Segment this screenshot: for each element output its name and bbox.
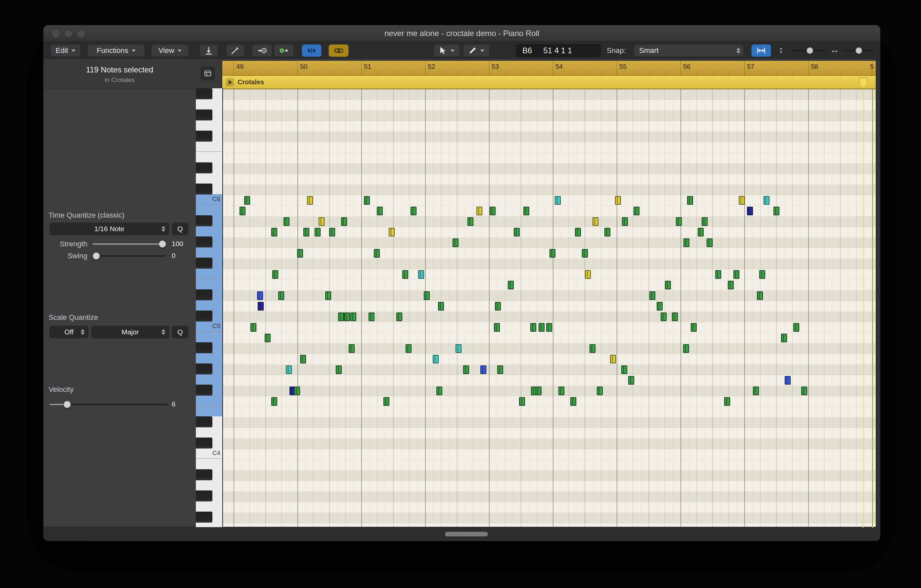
midi-note[interactable] <box>753 387 759 395</box>
playhead-marker-icon[interactable] <box>859 78 867 88</box>
midi-note[interactable] <box>278 291 284 300</box>
time-quantize-select[interactable]: 1/16 Note <box>50 223 169 235</box>
midi-note[interactable] <box>514 228 520 236</box>
piano-key-black[interactable] <box>196 364 212 374</box>
piano-key-black[interactable] <box>196 310 212 322</box>
midi-note[interactable] <box>687 196 693 205</box>
piano-key-black[interactable] <box>196 289 212 300</box>
zoom-window-button[interactable] <box>77 30 85 38</box>
swing-slider-knob[interactable] <box>93 252 100 260</box>
midi-note[interactable] <box>747 207 753 215</box>
midi-note[interactable] <box>294 387 300 395</box>
midi-note[interactable] <box>715 270 721 279</box>
midi-note[interactable] <box>610 355 616 364</box>
midi-note[interactable] <box>271 397 277 406</box>
midi-note[interactable] <box>300 355 306 364</box>
velocity-slider-knob[interactable] <box>63 401 71 408</box>
midi-note[interactable] <box>546 323 552 332</box>
midi-note[interactable] <box>338 312 344 321</box>
functions-menu-button[interactable]: Functions <box>87 44 145 57</box>
midi-note[interactable] <box>589 344 596 353</box>
midi-note[interactable] <box>364 196 370 205</box>
midi-note[interactable] <box>405 344 412 353</box>
midi-note[interactable] <box>424 291 430 300</box>
midi-note[interactable] <box>683 239 690 247</box>
piano-key-black[interactable] <box>196 416 212 427</box>
scale-root-select[interactable]: Off <box>50 326 88 338</box>
midi-note[interactable] <box>336 365 342 374</box>
midi-transform-button[interactable] <box>302 44 322 57</box>
midi-note[interactable] <box>307 196 313 205</box>
midi-note[interactable] <box>592 217 599 226</box>
snap-select[interactable]: Smart <box>633 44 744 57</box>
midi-note[interactable] <box>575 228 581 236</box>
midi-note[interactable] <box>383 397 389 406</box>
piano-key-black[interactable] <box>196 109 212 120</box>
auto-zoom-button[interactable] <box>751 44 771 57</box>
scale-type-select[interactable]: Major <box>91 326 169 338</box>
midi-note[interactable] <box>244 196 250 205</box>
midi-note[interactable] <box>433 355 439 364</box>
piano-key-black[interactable] <box>196 342 212 353</box>
velocity-slider[interactable] <box>50 404 168 405</box>
vertical-zoom-knob[interactable] <box>807 47 813 54</box>
midi-note[interactable] <box>495 302 501 310</box>
midi-note[interactable] <box>535 387 542 395</box>
midi-note[interactable] <box>325 291 331 300</box>
midi-note[interactable] <box>452 239 459 247</box>
midi-note[interactable] <box>344 312 350 321</box>
midi-note[interactable] <box>597 387 603 395</box>
midi-note[interactable] <box>467 217 474 226</box>
close-window-button[interactable] <box>52 30 60 38</box>
midi-note[interactable] <box>490 207 496 215</box>
pencil-tool-selector[interactable] <box>463 44 490 57</box>
midi-note[interactable] <box>628 376 634 385</box>
midi-note[interactable] <box>683 344 689 353</box>
midi-note[interactable] <box>341 217 347 226</box>
midi-note[interactable] <box>463 365 469 374</box>
midi-note[interactable] <box>418 270 424 279</box>
swing-slider[interactable] <box>93 255 165 257</box>
catch-playhead-button[interactable] <box>200 44 218 57</box>
midi-note[interactable] <box>377 207 383 215</box>
midi-note[interactable] <box>494 323 500 332</box>
note-grid[interactable] <box>222 89 876 528</box>
midi-note[interactable] <box>781 334 787 342</box>
midi-note[interactable] <box>480 365 486 374</box>
pointer-tool-selector[interactable] <box>433 44 460 57</box>
midi-note[interactable] <box>604 228 610 236</box>
midi-note[interactable] <box>456 344 462 353</box>
midi-note[interactable] <box>286 365 292 374</box>
midi-note[interactable] <box>239 207 246 215</box>
midi-note[interactable] <box>271 228 277 236</box>
midi-note[interactable] <box>615 196 621 205</box>
midi-note[interactable] <box>672 312 678 321</box>
piano-key-black[interactable] <box>196 88 212 99</box>
piano-key-black[interactable] <box>196 131 212 141</box>
region-play-button[interactable] <box>226 78 234 87</box>
midi-note[interactable] <box>265 334 271 342</box>
midi-note[interactable] <box>558 387 565 395</box>
midi-note[interactable] <box>785 376 791 385</box>
midi-note[interactable] <box>272 270 278 279</box>
midi-note[interactable] <box>315 228 321 236</box>
midi-note[interactable] <box>477 207 482 215</box>
piano-key-black[interactable] <box>196 469 212 480</box>
piano-key-black[interactable] <box>196 184 212 195</box>
midi-note[interactable] <box>319 217 325 226</box>
draw-line-button[interactable] <box>226 44 244 57</box>
region-strip[interactable]: Crotales <box>222 76 876 89</box>
capture-midi-button[interactable] <box>273 44 294 57</box>
midi-note[interactable] <box>508 281 514 289</box>
strength-slider-knob[interactable] <box>159 240 166 248</box>
midi-note[interactable] <box>329 228 335 236</box>
midi-note[interactable] <box>676 217 682 226</box>
inspector-toggle-button[interactable] <box>201 67 215 80</box>
minimize-window-button[interactable] <box>65 30 72 38</box>
midi-note[interactable] <box>349 344 355 353</box>
midi-note[interactable] <box>539 323 545 332</box>
midi-note[interactable] <box>436 387 442 395</box>
midi-note[interactable] <box>369 312 374 321</box>
piano-key-black[interactable] <box>196 162 212 173</box>
midi-note[interactable] <box>757 291 763 300</box>
